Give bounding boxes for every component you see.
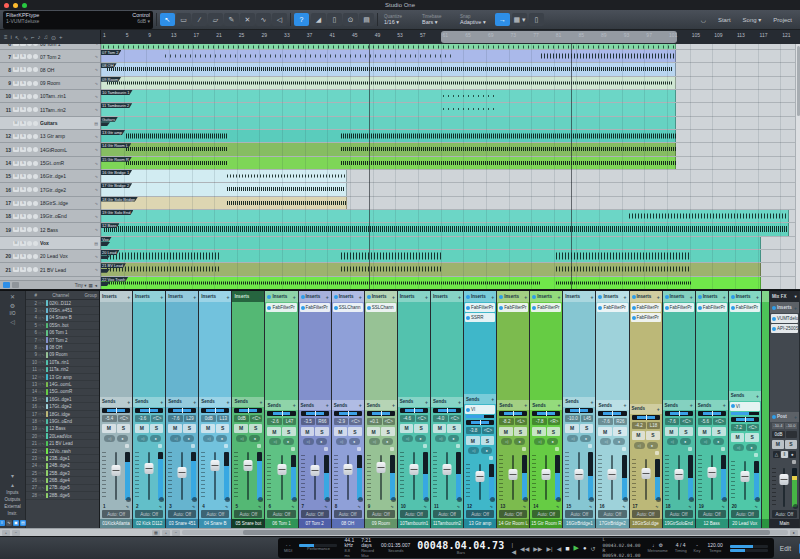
track-lane[interactable]: Vox: [101, 237, 795, 250]
monitor-button[interactable]: [33, 241, 38, 246]
audio-clip[interactable]: 14 Gtr Room L: [101, 143, 676, 155]
fader-handle[interactable]: [780, 474, 789, 485]
fader-track[interactable]: [239, 450, 257, 502]
automation-mode-button[interactable]: Auto: Off: [598, 510, 626, 518]
add-insert-icon[interactable]: +: [226, 399, 229, 405]
monitor-button[interactable]: [33, 121, 38, 126]
inserts-header[interactable]: Sends+: [497, 400, 529, 410]
mute-button[interactable]: M: [13, 67, 19, 72]
solo-button[interactable]: S: [20, 147, 26, 152]
monitor-button[interactable]: [33, 44, 38, 46]
strip-name[interactable]: 09 Room: [365, 519, 397, 528]
track-toolbar-icon-6[interactable]: ♫: [43, 34, 48, 40]
gain-value[interactable]: 0dB: [772, 431, 785, 438]
inserts-header[interactable]: Inserts+: [166, 291, 198, 302]
fader-handle[interactable]: [277, 464, 286, 475]
add-insert-icon[interactable]: +: [657, 406, 660, 412]
track-row[interactable]: 10MS10Tam..rin1∿: [0, 90, 100, 103]
mute-button[interactable]: M: [13, 161, 19, 166]
audio-clip[interactable]: 21 BV Lead: [101, 263, 761, 275]
plugin-power-icon[interactable]: [731, 306, 735, 310]
inserts-header[interactable]: Sends+: [166, 397, 198, 407]
io-button[interactable]: I/O: [9, 311, 15, 316]
add-insert-icon[interactable]: +: [657, 294, 660, 300]
record-arm-button[interactable]: ●: [415, 435, 426, 442]
listen-tool-icon[interactable]: ◁: [272, 13, 287, 26]
gain-value[interactable]: 0dB: [201, 415, 216, 422]
fast-forward-button[interactable]: ▶▶: [533, 545, 542, 552]
strip-name[interactable]: 17GtrBridge2: [596, 519, 628, 528]
phase-icon[interactable]: [689, 497, 694, 502]
solo-button[interactable]: S: [20, 107, 26, 112]
song-page-button[interactable]: Song ▾: [738, 14, 767, 25]
inserts-header[interactable]: Sends+: [199, 397, 231, 407]
inserts-header[interactable]: Sends+: [365, 400, 397, 410]
phase-icon[interactable]: [358, 497, 363, 502]
add-insert-icon[interactable]: +: [458, 399, 461, 405]
monitor-button[interactable]: ◁: [700, 438, 711, 445]
fader-track[interactable]: [206, 450, 224, 502]
channel-list-row[interactable]: 24◁∿24B..dge2: [26, 463, 99, 470]
gain-value[interactable]: -4.0: [433, 415, 448, 422]
phase-icon[interactable]: [490, 497, 495, 502]
automation-mode-button[interactable]: Auto: Off: [267, 510, 295, 518]
collapse-icon[interactable]: ▴: [11, 481, 14, 488]
fader-handle[interactable]: [542, 469, 551, 480]
audio-clip[interactable]: 07 Tom 2: [101, 50, 676, 62]
track-lane[interactable]: 09 Room: [101, 77, 795, 90]
gain-value[interactable]: -8.2: [499, 418, 514, 425]
track-row[interactable]: 8MS08 OH∿: [0, 63, 100, 76]
record-arm-button[interactable]: ●: [183, 435, 194, 442]
channel-list-row[interactable]: 25◁∿25B..dge3: [26, 470, 99, 477]
record-arm-button[interactable]: ●: [613, 438, 624, 445]
mixer-strip[interactable]: Inserts+Sends+0dB<C>MS◁●5∿Auto: Off05 Sn…: [232, 291, 265, 528]
automation-mode-button[interactable]: Auto: Off: [102, 510, 130, 518]
fader-handle[interactable]: [178, 467, 187, 478]
plugin-power-icon[interactable]: [698, 306, 702, 310]
add-insert-icon[interactable]: +: [326, 402, 329, 408]
inserts-header[interactable]: Inserts+: [265, 291, 297, 302]
channel-list-row[interactable]: 22◁∿22Vo..rash: [26, 448, 99, 455]
record-arm-button[interactable]: ●: [117, 435, 128, 442]
inserts-header[interactable]: Inserts+: [199, 291, 231, 302]
insert-slot[interactable]: FabFilterPr: [730, 303, 760, 312]
automation-mode-button[interactable]: Auto: Off: [731, 510, 759, 518]
mute-button[interactable]: M: [13, 107, 19, 112]
automation-panel[interactable]: FilterKPFtypeControl 1-VUMTdeluxe6dB ▾: [3, 11, 153, 29]
pan-value[interactable]: <C>: [118, 415, 130, 422]
add-insert-icon[interactable]: +: [392, 402, 395, 408]
mute-output-button[interactable]: ●: [789, 451, 796, 458]
fader-handle[interactable]: [244, 460, 253, 471]
add-insert-icon[interactable]: +: [293, 402, 296, 408]
mono-button[interactable]: △: [773, 451, 780, 458]
phase-icon[interactable]: [391, 497, 396, 502]
solo-button[interactable]: S: [745, 433, 759, 442]
solo-button[interactable]: S: [712, 427, 726, 436]
pan-value[interactable]: <R>: [548, 418, 560, 425]
track-lane[interactable]: 18 Gtr Solo Bridge: [101, 197, 795, 210]
strip-name[interactable]: 18GtrSol.dge: [630, 519, 662, 528]
phase-icon[interactable]: [225, 497, 230, 502]
add-insert-icon[interactable]: +: [260, 399, 263, 405]
rewind-button[interactable]: ◀◀: [520, 545, 529, 552]
automation-mode-button[interactable]: Auto: Off: [772, 510, 797, 518]
list-view-button[interactable]: ≡: [0, 520, 5, 526]
pan-value[interactable]: <C>: [680, 418, 692, 425]
fader-track[interactable]: [140, 450, 158, 502]
performance-meter[interactable]: Performance: [299, 544, 337, 552]
track-toolbar-icon-5[interactable]: ♪: [37, 34, 40, 40]
gain-value[interactable]: -3.6: [135, 415, 150, 422]
solo-button[interactable]: S: [282, 427, 296, 436]
monitor-button[interactable]: ◁: [667, 438, 678, 445]
track-lane[interactable]: 07 Tom 2: [101, 50, 795, 63]
list-remove-button[interactable]: −: [12, 530, 20, 536]
strip-name[interactable]: 07 Tom 2: [299, 519, 331, 528]
pan-value[interactable]: R26: [614, 418, 626, 425]
pan-control[interactable]: [299, 410, 331, 417]
mute-button[interactable]: M: [698, 427, 712, 436]
automation-target[interactable]: 1-VUMTdeluxe: [6, 18, 39, 24]
track-row[interactable]: 14MS15Gt..omR∿: [0, 157, 100, 170]
solo-button[interactable]: S: [20, 121, 26, 126]
plugin-power-icon[interactable]: [334, 306, 338, 310]
track-list-footer-button-2[interactable]: [12, 282, 19, 288]
